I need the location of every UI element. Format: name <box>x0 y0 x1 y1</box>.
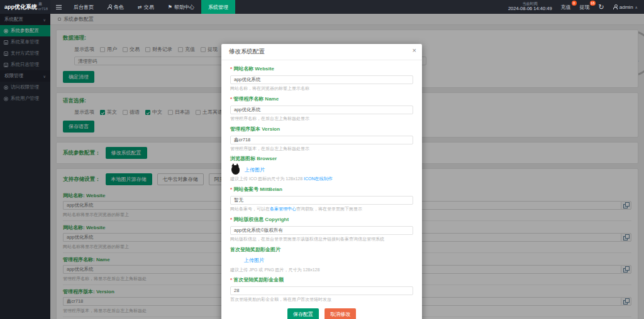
tab-help-center[interactable]: ⚑帮助中心 <box>161 0 201 14</box>
browser-favicon-preview <box>231 165 240 175</box>
topbar: app优化系统 鑫cr718 后台首页 角色 ⇄交易 ⚑帮助中心 系统管理 当前… <box>0 0 644 14</box>
modal-copyright-input[interactable] <box>230 226 413 235</box>
required-asterisk: * <box>230 277 232 283</box>
field-help: 建议上传 JPG 或 PNG 图片，尺寸为 128x128 <box>230 268 413 273</box>
field-help: 管理程序名称，在后台左上角标题处显示 <box>230 116 413 122</box>
beian-center-link[interactable]: 备案管理中心 <box>270 207 296 211</box>
modal-field-bonus-image: 首次登陆奖励彩金图片 上传图片 建议上传 JPG 或 PNG 图片，尺寸为 12… <box>230 246 413 273</box>
close-icon[interactable]: × <box>413 46 416 54</box>
field-help: 网站名称，将在浏览器的标签上显示名称 <box>230 86 413 92</box>
person-icon <box>108 4 112 9</box>
tab-system-management[interactable]: 系统管理 <box>201 0 235 14</box>
user-menu[interactable]: admin ∧ <box>613 4 638 10</box>
field-help: 建议上传 ICO 图标的尺寸为 128x128 ICON在线制作 <box>230 176 413 182</box>
field-help: 首次登陆奖励的彩金金额，将在用户首次登陆时发放 <box>230 297 413 303</box>
withdraw-button[interactable]: 提现 16 <box>580 4 590 11</box>
modal-field-admin-name: *管理程序名称 Name 管理程序名称，在后台左上角标题处显示 <box>230 95 413 122</box>
upload-image-link[interactable]: 上传图片 <box>244 257 264 264</box>
modal-admin-name-input[interactable] <box>230 105 413 114</box>
modal-field-website: *网站名称 Website 网站名称，将在浏览器的标签上显示名称 <box>230 65 413 92</box>
modal-field-version: 管理程序版本 Version 管理程序版本，在后台左上角标题处显示 <box>230 126 413 152</box>
field-help: 网站备案号，可以在备案管理中心查询获取，将在登录页面下面显示 <box>230 207 413 212</box>
tab-trade[interactable]: ⇄交易 <box>131 0 161 14</box>
modal-field-bonus-amount: *首次登陆奖励彩金金额 首次登陆奖励的彩金金额，将在用户首次登陆时发放 <box>230 276 413 302</box>
top-menu: 后台首页 角色 ⇄交易 ⚑帮助中心 系统管理 <box>67 0 235 14</box>
required-asterisk: * <box>230 66 232 72</box>
user-icon <box>613 4 618 9</box>
app-logo: app优化系统 鑫cr718 <box>0 0 50 14</box>
modal-website-input[interactable] <box>230 75 413 84</box>
hamburger-icon[interactable] <box>50 0 67 14</box>
required-asterisk: * <box>230 187 232 192</box>
recharge-button[interactable]: 充值 0 <box>561 4 571 11</box>
refresh-icon[interactable]: ↻ <box>599 4 604 11</box>
modal-field-browser-icon: 浏览器图标 Browser 上传图片 建议上传 ICO 图标的尺寸为 128x1… <box>230 155 413 182</box>
field-help: 管理程序版本，在后台左上角标题处显示 <box>230 146 413 152</box>
save-config-button[interactable]: 保存配置 <box>287 308 319 319</box>
field-help: 网站版权信息，在后台登录页面显示该版权信息并链接到备案查询信息管理系统 <box>230 237 413 242</box>
tab-dashboard[interactable]: 后台首页 <box>67 0 101 14</box>
flag-icon: ⚑ <box>168 4 172 10</box>
trade-icon: ⇄ <box>138 4 142 10</box>
icon-maker-link[interactable]: ICON在线制作 <box>304 176 333 181</box>
modal-field-miitbeian: *网站备案号 MiitBeian 网站备案号，可以在备案管理中心查询获取，将在登… <box>230 186 413 212</box>
current-time: 当前时间 2024-08-06 14:40:49 <box>508 2 552 12</box>
required-asterisk: * <box>230 96 232 102</box>
cancel-modify-button[interactable]: 取消修改 <box>325 308 356 319</box>
app-version-tag: 鑫cr718 <box>38 1 50 11</box>
modal-field-copyright: *网站版权信息 Copyright 网站版权信息，在后台登录页面显示该版权信息并… <box>230 216 413 242</box>
chevron-up-icon: ∧ <box>635 5 638 9</box>
upload-image-link[interactable]: 上传图片 <box>245 166 265 173</box>
modal-version-input[interactable] <box>230 136 413 144</box>
modal-title: 修改系统配置 <box>221 44 422 60</box>
recharge-badge: 0 <box>572 1 577 6</box>
required-asterisk: * <box>230 217 232 222</box>
modal-bonus-amount-input[interactable] <box>230 286 413 295</box>
modify-system-config-modal: 修改系统配置 × *网站名称 Website 网站名称，将在浏览器的标签上显示名… <box>221 44 422 319</box>
tab-roles[interactable]: 角色 <box>101 0 131 14</box>
app-title: app优化系统 <box>4 3 37 11</box>
withdraw-badge: 16 <box>590 1 596 6</box>
modal-miitbeian-input[interactable] <box>230 196 413 205</box>
